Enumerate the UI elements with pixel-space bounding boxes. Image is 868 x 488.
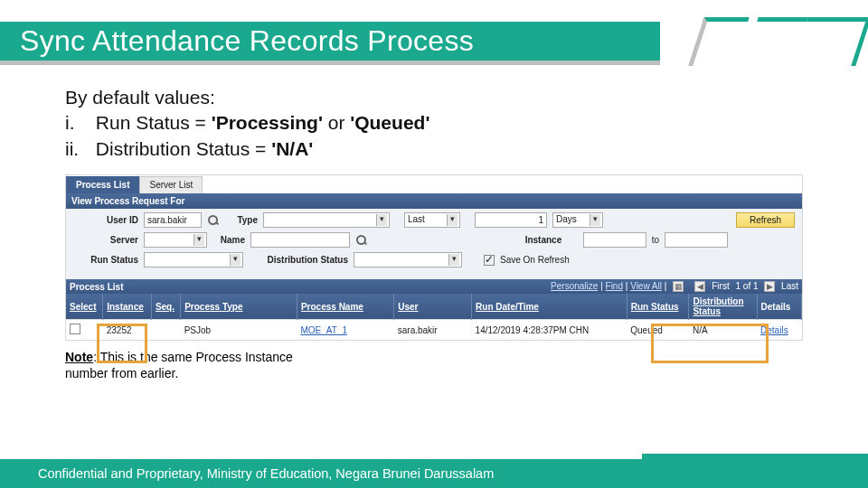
process-list-table: Select Instance Seq. Process Type Proces… (66, 294, 802, 340)
label-run-status: Run Status (73, 255, 138, 265)
col-run-date-time[interactable]: Run Date/Time (476, 302, 539, 312)
col-process-type[interactable]: Process Type (184, 302, 242, 312)
item-2: ii. Distribution Status = 'N/A' (65, 136, 868, 162)
pager-first: First (712, 281, 729, 291)
process-list-title: Process List (70, 282, 123, 292)
refresh-button[interactable]: Refresh (736, 212, 795, 228)
table-row: 23252 PSJob MOE_AT_1 sara.bakir 14/12/20… (66, 320, 802, 341)
cell-run-date-time: 14/12/2019 4:28:37PM CHN (472, 320, 627, 341)
next-page-icon[interactable]: ▶ (764, 281, 775, 292)
process-list-links: Personalize | Find | View All | ▦ ◀ Firs… (551, 281, 798, 292)
checkbox-save-on-refresh[interactable] (484, 255, 495, 266)
select-last-kind[interactable]: Last (404, 212, 460, 228)
section-view-process-request: View Process Request For (66, 193, 802, 209)
cell-run-status: Queued (627, 320, 689, 341)
col-dist-status[interactable]: Distribution Status (693, 296, 743, 316)
cell-user: sara.bakir (394, 320, 472, 341)
col-process-name[interactable]: Process Name (301, 302, 363, 312)
cell-instance: 23252 (103, 320, 152, 341)
tab-server-list[interactable]: Server List (139, 176, 203, 193)
col-instance[interactable]: Instance (107, 302, 144, 312)
label-to: to (652, 235, 659, 245)
label-save-on-refresh: Save On Refresh (500, 255, 570, 265)
item-1: i. Run Status = 'Processing' or 'Queued' (65, 110, 868, 136)
label-dist-status: Distribution Status (249, 255, 348, 265)
slide-title-bar: Sync Attendance Records Process (0, 22, 660, 65)
title-corner-decor (656, 14, 868, 70)
row-select-checkbox[interactable] (70, 324, 80, 334)
process-list-bar: Process List Personalize | Find | View A… (66, 279, 802, 294)
last-kind-value: Last (408, 214, 425, 224)
cell-process-type: PSJob (181, 320, 297, 341)
cell-process-name[interactable]: MOE_AT_1 (297, 320, 393, 341)
label-type: Type (225, 215, 258, 225)
slide-footer: Confidential and Proprietary, Ministry o… (0, 459, 868, 488)
lookup-icon[interactable] (207, 214, 220, 227)
label-server: Server (73, 235, 138, 245)
col-seq[interactable]: Seq. (156, 302, 175, 312)
lookup-icon[interactable] (355, 234, 368, 247)
col-details: Details (761, 302, 791, 312)
cell-details-link[interactable]: Details (757, 320, 801, 341)
cell-dist-status: N/A (689, 320, 757, 341)
input-instance-to[interactable] (665, 232, 728, 248)
note-text: Note: This is the same Process Instance … (65, 350, 300, 381)
pager-text: 1 of 1 (736, 281, 759, 291)
input-instance-from[interactable] (583, 232, 646, 248)
pager-last: Last (781, 281, 798, 291)
body-text: By default values: i. Run Status = 'Proc… (65, 85, 868, 162)
select-server[interactable] (144, 232, 207, 248)
select-last-unit[interactable]: Days (552, 212, 603, 228)
select-run-status[interactable] (144, 252, 243, 267)
cell-seq (151, 320, 180, 341)
link-personalize[interactable]: Personalize (551, 281, 598, 291)
tab-strip: Process List Server List (66, 175, 802, 193)
last-unit-value: Days (556, 214, 577, 224)
filter-form: User ID sara.bakir Type Last 1 Days Refr… (66, 209, 802, 279)
col-user[interactable]: User (398, 302, 418, 312)
input-name[interactable] (250, 232, 350, 248)
link-view-all[interactable]: View All (630, 281, 662, 291)
grid-download-icon[interactable]: ▦ (673, 281, 684, 292)
input-user-id[interactable]: sara.bakir (144, 212, 202, 228)
col-run-status[interactable]: Run Status (631, 302, 679, 312)
label-name: Name (212, 235, 245, 245)
label-user-id: User ID (73, 215, 138, 225)
select-type[interactable] (263, 212, 390, 228)
col-select[interactable]: Select (70, 302, 96, 312)
label-instance: Instance (525, 235, 578, 245)
screenshot-panel: Process List Server List View Process Re… (65, 174, 803, 341)
tab-process-list[interactable]: Process List (66, 176, 139, 193)
slide-title: Sync Attendance Records Process (20, 24, 474, 58)
input-last-value[interactable]: 1 (475, 212, 547, 228)
link-find[interactable]: Find (606, 281, 623, 291)
intro-line: By default values: (65, 85, 868, 110)
prev-page-icon[interactable]: ◀ (694, 281, 705, 292)
select-dist-status[interactable] (354, 252, 462, 267)
